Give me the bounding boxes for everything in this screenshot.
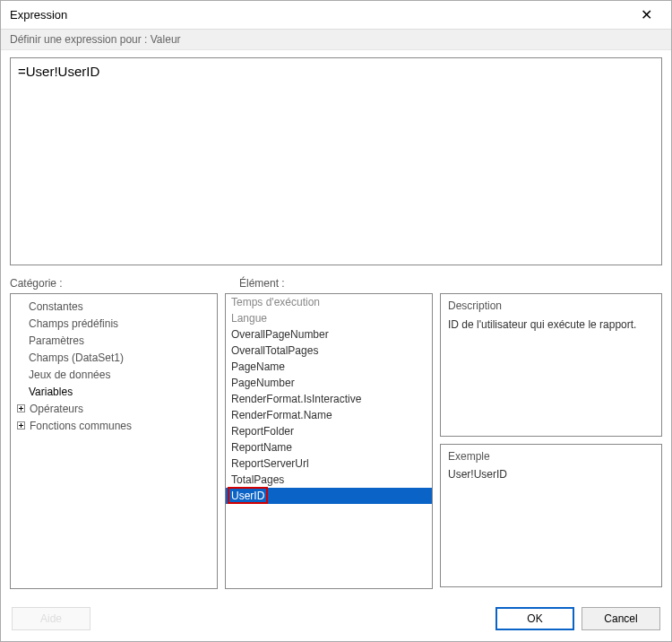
description-heading: Description [448,299,654,312]
element-item[interactable]: PageNumber [226,375,432,391]
example-panel: Exemple User!UserID [440,444,662,587]
category-item[interactable]: Paramètres [16,332,211,349]
window-title: Expression [10,8,628,22]
element-item[interactable]: ReportServerUrl [226,455,432,472]
column-labels: Catégorie : Élément : [1,277,671,290]
example-heading: Exemple [448,450,654,463]
element-item[interactable]: RenderFormat.Name [226,407,432,423]
element-item[interactable]: UserID [226,488,432,504]
close-icon[interactable]: ✕ [628,3,664,28]
category-tree[interactable]: ConstantesChamps prédéfinisParamètresCha… [10,293,218,589]
element-item[interactable]: OverallTotalPages [226,343,432,359]
expression-editor[interactable] [10,57,662,265]
category-item[interactable]: Champs prédéfinis [16,315,211,332]
plus-icon[interactable] [16,403,26,413]
category-item-label: Variables [29,386,73,398]
plus-icon[interactable] [16,421,26,430]
category-item-label: Fonctions communes [30,420,132,432]
category-label: Catégorie : [10,277,232,290]
element-label: Élément : [239,277,285,290]
editor-wrap [1,50,671,277]
cancel-button[interactable]: Cancel [582,607,660,630]
category-item[interactable]: Variables [16,383,211,400]
element-list[interactable]: Temps d'exécutionLangueOverallPageNumber… [225,293,433,589]
ok-button[interactable]: OK [495,607,574,630]
help-button[interactable]: Aide [12,607,90,630]
element-item[interactable]: RenderFormat.IsInteractive [226,391,432,407]
element-item[interactable]: OverallPageNumber [226,326,432,343]
category-item[interactable]: Champs (DataSet1) [16,349,211,366]
expression-dialog: Expression ✕ Définir une expression pour… [0,0,672,642]
category-item[interactable]: Constantes [16,298,211,315]
right-panels: Description ID de l'utilisateur qui exéc… [440,293,662,591]
category-item-label: Constantes [29,300,83,313]
element-item-label: UserID [231,490,264,502]
dialog-footer: Aide OK Cancel [1,600,671,641]
description-panel: Description ID de l'utilisateur qui exéc… [440,293,662,437]
element-item[interactable]: PageName [226,359,432,375]
category-item-label: Jeux de données [29,369,110,381]
category-item[interactable]: Jeux de données [16,366,211,383]
element-item[interactable]: ReportName [226,439,432,455]
element-item[interactable]: Temps d'exécution [226,294,432,310]
main-columns: ConstantesChamps prédéfinisParamètresCha… [1,290,671,600]
category-item[interactable]: Opérateurs [16,400,211,417]
titlebar: Expression ✕ [1,1,671,30]
category-item[interactable]: Fonctions communes [16,417,211,434]
subheader: Définir une expression pour : Valeur [1,30,671,50]
example-text: User!UserID [448,468,654,481]
category-item-label: Paramètres [29,334,84,347]
category-item-label: Champs (DataSet1) [29,351,124,364]
element-item[interactable]: TotalPages [226,472,432,488]
category-item-label: Opérateurs [30,403,83,415]
element-item[interactable]: ReportFolder [226,423,432,439]
element-item[interactable]: Langue [226,310,432,326]
description-text: ID de l'utilisateur qui exécute le rappo… [448,317,654,333]
category-item-label: Champs prédéfinis [29,317,118,330]
